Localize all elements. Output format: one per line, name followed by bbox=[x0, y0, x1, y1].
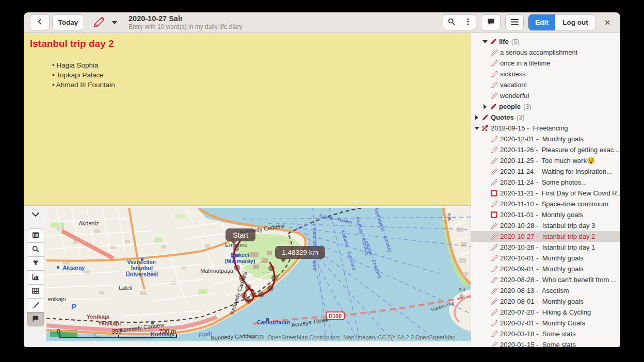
tree-row[interactable]: vacation! bbox=[471, 79, 620, 90]
tree-row[interactable]: 2020-10-27 - Istanbul trip day 2 bbox=[471, 231, 620, 242]
tree-row[interactable]: 2020-01-15 - Some stats bbox=[471, 339, 620, 347]
map-label: Cankurtaran bbox=[257, 319, 291, 325]
pencil-outline-icon bbox=[491, 254, 498, 262]
logout-button[interactable]: Log out bbox=[555, 14, 596, 30]
chevron-down-icon bbox=[31, 211, 40, 219]
pencil-outline-icon bbox=[491, 287, 498, 294]
pencil-outline-icon bbox=[491, 59, 498, 67]
tree-row[interactable]: 2020-11-21 - First Day of New Covid R... bbox=[471, 188, 620, 199]
tree-row[interactable]: 2020-11-24 - Some photos... bbox=[471, 177, 620, 188]
tree-row[interactable]: wonderful bbox=[471, 90, 620, 101]
map-flag-button[interactable] bbox=[27, 312, 44, 326]
kebab-menu-button[interactable] bbox=[460, 14, 476, 30]
pencil-outline-icon bbox=[491, 243, 498, 251]
today-button[interactable]: Today bbox=[52, 14, 84, 30]
tree-row[interactable]: 2020-08-13 - Ascetism bbox=[471, 285, 620, 296]
pencil-outline-icon bbox=[491, 178, 498, 186]
entry-subtitle: Entry with 10 word(s) in my daily life.d… bbox=[128, 23, 243, 30]
tree-row-label: vacation! bbox=[500, 81, 527, 89]
today-button-label: Today bbox=[58, 19, 78, 26]
tree-row-label: Quotes bbox=[491, 113, 514, 121]
entry-title: Istanbul trip day 2 bbox=[30, 38, 464, 50]
edit-button[interactable]: Edit bbox=[528, 14, 555, 30]
table-button[interactable] bbox=[27, 284, 44, 299]
expander-open-icon[interactable] bbox=[482, 39, 488, 44]
map-panel[interactable]: Start 1.48329 km D100 AkdenizAksarayVezn… bbox=[46, 208, 471, 341]
map-scale-bar bbox=[59, 334, 177, 338]
tree-row[interactable]: 2020-08-01 - Monthly goals bbox=[471, 296, 620, 307]
tree-row-label: 2020-11-24 - Waiting for Inspiration... bbox=[500, 168, 612, 175]
map-toolbar bbox=[27, 228, 44, 326]
pencil-outline-icon bbox=[491, 265, 498, 273]
map-label: Sel bbox=[458, 288, 465, 293]
tree-row-label: 2020-07-20 - Hiking & Cycling bbox=[500, 308, 591, 316]
tree-row[interactable]: 2020-10-28 - Istanbul trip day 3 bbox=[471, 220, 620, 231]
paint-button[interactable] bbox=[27, 298, 44, 312]
chapter-icon bbox=[481, 124, 489, 132]
expander-open-icon[interactable] bbox=[474, 126, 479, 131]
chart-icon bbox=[31, 273, 40, 283]
tree-row[interactable]: life(5) bbox=[471, 36, 620, 47]
tree-row-label: 2020-11-10 - Space-time continuum bbox=[500, 200, 608, 208]
headerbar: Today 2020-10-27 Salı Entry with 10 word… bbox=[24, 12, 620, 33]
logout-button-label: Log out bbox=[562, 19, 588, 26]
pencil-outline-icon bbox=[491, 298, 498, 305]
tree-row-label: 2020-11-25 - Too much work😵 bbox=[500, 157, 595, 164]
tree-row-label: 2018-09-15 - Freelancing bbox=[491, 124, 568, 132]
tree-row[interactable]: 2020-03-18 - Some stats bbox=[471, 328, 620, 339]
calendar-icon bbox=[31, 231, 40, 241]
search-icon bbox=[31, 245, 40, 255]
pencil-outline-icon bbox=[491, 308, 498, 316]
tree-row[interactable]: 2020-10-26 - Istanbul trip day 1 bbox=[471, 242, 620, 253]
tree-row[interactable]: 2020-07-01 - Monthly Goals bbox=[471, 318, 620, 328]
entry-dropdown-button[interactable] bbox=[109, 14, 120, 30]
search-button[interactable] bbox=[27, 242, 44, 257]
entry-pencil-button[interactable] bbox=[88, 14, 109, 30]
flag-icon bbox=[31, 315, 40, 324]
pencil-outline-icon bbox=[491, 168, 498, 175]
tree-row[interactable]: 2018-09-15 - Freelancing bbox=[471, 123, 620, 134]
expander-closed-icon[interactable] bbox=[482, 104, 488, 109]
entry-bullet: Topkapi Palace bbox=[52, 70, 464, 80]
pencil-outline-icon bbox=[491, 157, 498, 164]
tree-row-label: 2020-11-01 - Monthly goals bbox=[500, 211, 583, 219]
tree-row[interactable]: 2020-07-20 - Hiking & Cycling bbox=[471, 307, 620, 318]
tree-row[interactable]: 2020-11-26 - Pleasure of getting exac... bbox=[471, 144, 620, 155]
tree-row[interactable]: Quotes(3) bbox=[471, 112, 620, 123]
map-label: Eminönü bbox=[225, 242, 247, 248]
search-menu-group bbox=[443, 14, 476, 30]
tree-row[interactable]: 2020-08-28 - Who can't benefit from ... bbox=[471, 274, 620, 285]
tree-row-label: 2020-10-01 - Monthly goals bbox=[500, 254, 584, 262]
tree-row[interactable]: 2020-11-24 - Waiting for Inspiration... bbox=[471, 166, 620, 177]
pencil-outline-icon bbox=[491, 330, 498, 338]
chart-button[interactable] bbox=[27, 270, 44, 285]
search-button[interactable] bbox=[443, 14, 460, 30]
tree-row[interactable]: 2020-11-25 - Too much work😵 bbox=[471, 155, 620, 166]
close-window-button[interactable]: ✕ bbox=[601, 14, 614, 30]
tree-row[interactable]: 2020-09-01 - Monthly goals bbox=[471, 264, 620, 274]
entry-editor[interactable]: Istanbul trip day 2 Hagia SophiaTopkapi … bbox=[24, 33, 471, 206]
main-menu-button[interactable] bbox=[505, 14, 524, 30]
calendar-button[interactable] bbox=[27, 228, 44, 243]
edit-button-label: Edit bbox=[535, 19, 549, 26]
filter-button[interactable] bbox=[27, 256, 44, 271]
tree-row-label: 2020-10-28 - Istanbul trip day 3 bbox=[500, 222, 595, 229]
paint-icon bbox=[31, 301, 40, 310]
tree-row[interactable]: a serious accomplishment bbox=[471, 47, 620, 58]
tree-row-label: people bbox=[499, 103, 521, 110]
tree-row[interactable]: 2020-11-10 - Space-time continuum bbox=[471, 199, 620, 209]
tree-row[interactable]: sickness bbox=[471, 69, 620, 79]
back-button[interactable] bbox=[30, 14, 50, 30]
road-badge-d100: D100 bbox=[326, 311, 345, 320]
tree-row-count: (5) bbox=[511, 38, 520, 45]
collapse-map-button[interactable] bbox=[29, 210, 42, 220]
bookmarks-button[interactable] bbox=[481, 14, 501, 30]
tree-row[interactable]: once in a lifetime bbox=[471, 58, 620, 69]
tree-row[interactable]: 2020-11-01 - Monthly goals bbox=[471, 209, 620, 220]
expander-closed-icon[interactable] bbox=[474, 115, 479, 120]
tree-row[interactable]: people(3) bbox=[471, 101, 620, 112]
tree-row[interactable]: 2020-10-01 - Monthly goals bbox=[471, 253, 620, 264]
tree-row[interactable]: 2020-12-01 - Monthly goals bbox=[471, 134, 620, 144]
tree-row-label: 2020-08-28 - Who can't benefit from ... bbox=[500, 276, 617, 284]
map-label: Kı bbox=[460, 294, 465, 299]
